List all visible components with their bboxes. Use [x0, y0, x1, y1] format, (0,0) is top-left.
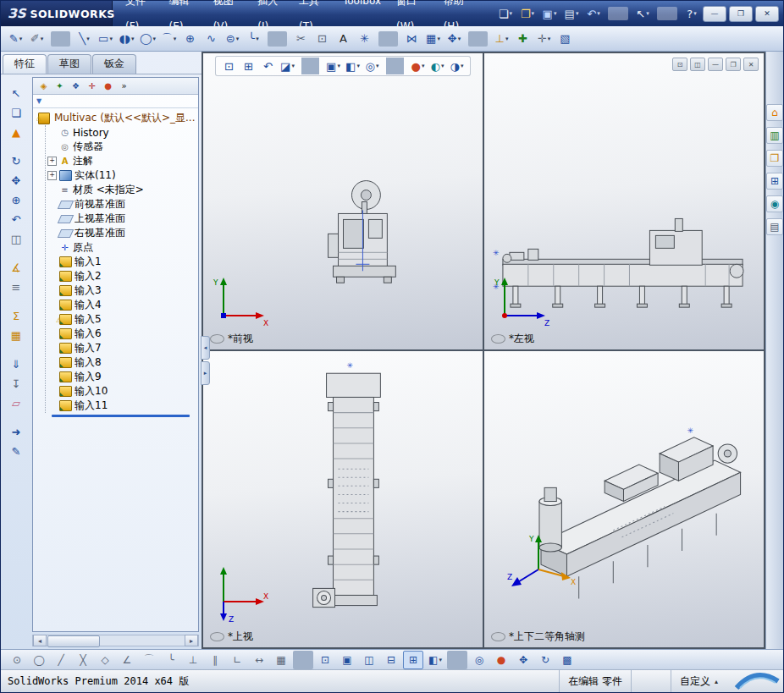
viewport-front-view[interactable]: Y X *前视 [203, 53, 483, 349]
new-document-icon[interactable]: ❏▾ [495, 4, 516, 23]
arc-icon[interactable]: ⌒▾ [159, 29, 179, 49]
horizontal-vertical-snap-icon[interactable]: ∟ [227, 651, 247, 669]
print-icon[interactable]: ▤▾ [561, 4, 582, 23]
grid-snap-icon[interactable]: ▦ [271, 651, 291, 669]
propertymanager-tab-icon[interactable]: ✦ [52, 80, 68, 93]
view-palette-icon[interactable]: ⊞ [766, 173, 783, 190]
quick-snaps-icon[interactable]: ✛▾ [534, 29, 554, 49]
repair-sketch-icon[interactable]: ✚ [513, 29, 533, 49]
featuremanager-tab-icon[interactable]: ◈ [36, 80, 52, 93]
parallel-snap-icon[interactable]: ∥ [205, 651, 225, 669]
collapse-panel-icon[interactable]: ◂ [201, 336, 210, 360]
close-button[interactable]: ✕ [755, 6, 779, 22]
circle-icon[interactable]: ◯▾ [138, 29, 157, 49]
display-style-bottom-icon[interactable]: ◧▾ [425, 651, 445, 669]
quadrant-snap-icon[interactable]: ◇ [95, 651, 115, 669]
tab-features[interactable]: 特征 [3, 54, 47, 74]
tree-item[interactable]: 输入11 [47, 399, 198, 413]
tree-item[interactable]: 输入2 [47, 269, 198, 283]
tree-item[interactable]: 输入10 [47, 384, 198, 399]
design-library-icon[interactable]: ▥ [766, 127, 783, 144]
tree-root-item[interactable]: ⚠ Multivac (默认<<默认>_显... [36, 111, 198, 125]
restore-button[interactable]: ❐ [729, 6, 753, 22]
appearance-bottom-icon[interactable]: ● [491, 651, 511, 669]
split-view-icon[interactable]: ◫ [690, 58, 705, 71]
section-view-icon[interactable]: ◪▾ [279, 58, 296, 74]
edit-sketch-icon[interactable]: ✎ [4, 442, 28, 461]
trim-entities-icon[interactable]: ✂ [291, 29, 311, 49]
tree-item[interactable]: + A 注解 [47, 154, 198, 168]
tree-item[interactable]: 输入9 [47, 370, 198, 384]
point-icon[interactable]: ✳ [355, 29, 374, 49]
home-icon[interactable]: ⌂ [766, 104, 783, 121]
angle-snap-icon[interactable]: ∠ [117, 651, 137, 669]
manager-overflow-icon[interactable]: » [116, 80, 132, 93]
view-orientation-icon[interactable]: ▣▾ [324, 58, 342, 74]
displaymanager-tab-icon[interactable]: ● [100, 80, 116, 93]
tree-item[interactable]: 前视基准面 [47, 197, 198, 212]
tree-item[interactable]: 输入1 [47, 255, 198, 269]
center-snap-icon[interactable]: ◯ [29, 651, 49, 669]
tree-item[interactable]: ⚠ 输入5 [47, 312, 198, 327]
perimeter-circle-icon[interactable]: ⊕ [180, 29, 200, 49]
tree-item[interactable]: 输入3 [47, 283, 198, 298]
tangent-snap-icon[interactable]: ╰ [161, 651, 181, 669]
display-relations-icon[interactable]: ⊥▾ [492, 29, 511, 49]
model-isometric-view[interactable]: ✳ [484, 351, 764, 647]
rebuild-arrow-icon[interactable]: ⇓ [4, 355, 28, 374]
rapid-sketch-icon[interactable]: ▧ [555, 29, 575, 49]
open-icon[interactable]: ❐▾ [517, 4, 538, 23]
grid-settings-icon[interactable]: ▩ [557, 651, 577, 669]
dimxpertmanager-tab-icon[interactable]: ✛ [84, 80, 100, 93]
configurationmanager-tab-icon[interactable]: ❖ [68, 80, 84, 93]
custom-properties-icon[interactable]: ▤ [766, 218, 783, 235]
previous-view-icon[interactable]: ↶ [4, 210, 28, 229]
move-entities-icon[interactable]: ✥▾ [444, 29, 464, 49]
tree-item[interactable]: 输入8 [47, 355, 198, 370]
zoom-to-area-icon[interactable]: ⊞ [240, 58, 257, 74]
line-snap-icon[interactable]: ╱ [51, 651, 71, 669]
scrollbar-track[interactable] [47, 635, 185, 646]
scroll-right-icon[interactable]: ▸ [185, 635, 198, 646]
ellipse-icon[interactable]: ⊜▾ [223, 29, 242, 49]
scroll-left-icon[interactable]: ◂ [33, 635, 47, 646]
tree-item[interactable]: 输入6 [47, 327, 198, 341]
slot-icon[interactable]: ◖◗▾ [117, 29, 136, 49]
cone-icon[interactable]: ▲ [4, 123, 28, 142]
tree-item[interactable]: ◷ History [47, 125, 198, 140]
section-view-icon[interactable]: ◫ [4, 229, 28, 249]
measure-icon[interactable]: ∡ [4, 258, 28, 278]
rotate-bottom-icon[interactable]: ↻ [535, 651, 555, 669]
edit-appearance-icon[interactable]: ●▾ [409, 58, 427, 74]
apply-scene-icon[interactable]: ◐▾ [428, 58, 446, 74]
tree-item[interactable]: + 实体(11) [47, 168, 198, 183]
rollback-bar[interactable] [52, 415, 190, 417]
stop-icon[interactable]: ↧ [4, 374, 28, 393]
equations-icon[interactable]: Σ [4, 306, 28, 326]
tree-item[interactable]: ◎ 传感器 [47, 140, 198, 154]
minimize-button[interactable]: — [703, 6, 726, 22]
fillet-icon[interactable]: ╰▾ [244, 29, 263, 49]
viewport-isometric-view[interactable]: ✳ Y Z X *上下二等角轴测 [484, 351, 764, 647]
tree-item[interactable]: ≡ 材质 <未指定> [47, 183, 198, 197]
tree-item[interactable]: 右视基准面 [47, 226, 198, 240]
expand-toggle-icon[interactable]: + [47, 171, 57, 180]
restore-doc-icon[interactable]: ❐ [726, 58, 741, 71]
line-icon[interactable]: ╲▾ [75, 29, 94, 49]
scrollbar-thumb[interactable] [47, 635, 100, 647]
tree-item[interactable]: 输入7 [47, 341, 198, 355]
viewport-left-view[interactable]: ✳ ✳ Y Z *左视 [484, 53, 764, 349]
tree-item[interactable]: 上视基准面 [47, 212, 198, 226]
close-doc-icon[interactable]: ✕ [743, 58, 759, 71]
perpendicular-snap-icon[interactable]: ⊥ [183, 651, 203, 669]
mass-properties-icon[interactable]: ≡ [4, 278, 28, 297]
filter-funnel-icon[interactable]: ▼ [36, 97, 41, 105]
two-view-horizontal-icon[interactable]: ⊟ [381, 651, 401, 669]
tab-sketch[interactable]: 草图 [47, 54, 91, 74]
appearances-icon[interactable]: ◉ [766, 195, 783, 212]
tree-item[interactable]: ✛ 原点 [47, 240, 198, 255]
four-view-icon[interactable]: ⊞ [403, 651, 423, 669]
two-view-vertical-icon[interactable]: ◫ [359, 651, 379, 669]
midpoint-snap-icon[interactable]: ╳ [73, 651, 93, 669]
tree-item[interactable]: 输入4 [47, 298, 198, 312]
